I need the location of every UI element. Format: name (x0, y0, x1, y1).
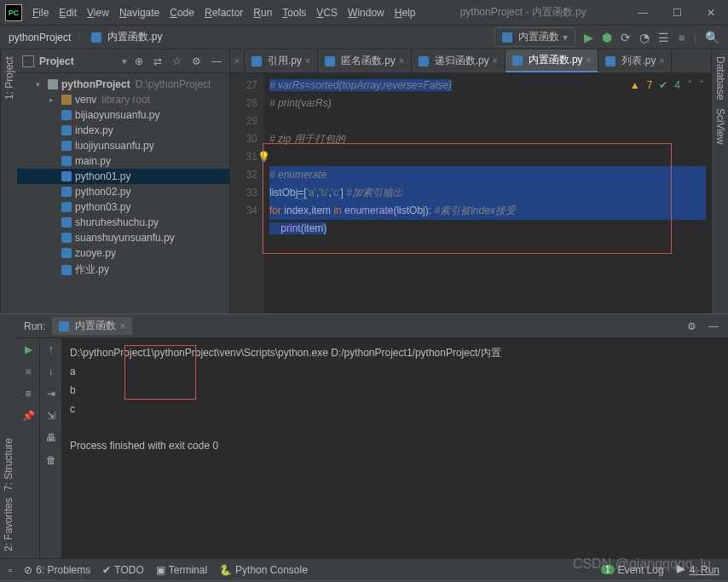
menu-file[interactable]: File (27, 7, 54, 19)
run-tab[interactable]: 内置函数 × (52, 317, 132, 335)
tree-file[interactable]: python03.py (17, 199, 229, 215)
rerun-button[interactable]: ▶ (25, 343, 32, 355)
menu-tools[interactable]: Tools (277, 7, 311, 19)
problems-tab[interactable]: ⊘ 6: Problems (24, 564, 90, 576)
event-log-tab[interactable]: 1 Event Log (601, 564, 664, 576)
editor-tab[interactable]: 内置函数.py× (506, 49, 599, 72)
close-icon[interactable]: × (493, 56, 498, 66)
stop-button[interactable]: ■ (678, 31, 685, 44)
profile-button[interactable]: ◔ (639, 31, 650, 44)
close-icon[interactable]: × (659, 56, 664, 66)
chevron-down-icon[interactable]: ˅ (699, 77, 704, 95)
close-icon[interactable]: × (586, 55, 592, 65)
python-file-icon (61, 265, 72, 275)
tree-file[interactable]: index.py (17, 123, 229, 138)
editor-tab[interactable]: 匿名函数.py× (318, 49, 412, 72)
menu-window[interactable]: Window (343, 7, 390, 19)
code-line: # enumerate (269, 169, 326, 181)
wrap-button[interactable]: ⇥ (47, 388, 55, 400)
tree-file[interactable]: 作业.py (17, 261, 229, 279)
code-line: # varRs=sorted(topArray,reverse=False) (269, 79, 452, 91)
concurrency-button[interactable]: ☰ (658, 31, 669, 44)
todo-tab[interactable]: ✔ TODO (102, 564, 143, 576)
terminal-tab[interactable]: ▣ Terminal (156, 564, 207, 576)
project-tool-tab[interactable]: 1: Project (3, 56, 15, 100)
tree-root[interactable]: ▾ pythonProject D:\pythonProject (17, 77, 229, 92)
menu-run[interactable]: Run (248, 7, 277, 19)
up-button[interactable]: ↑ (49, 343, 54, 355)
editor-body[interactable]: 2728293031323334. ▲7 ✔4 ˄ ˅ # varRs=sort… (230, 73, 711, 314)
run-button[interactable]: ▶ (584, 31, 593, 44)
menu-code[interactable]: Code (165, 7, 199, 19)
editor-tab[interactable]: 列表.py× (598, 49, 672, 72)
editor-tab[interactable]: 引用.py× (245, 49, 318, 72)
gear-icon[interactable]: ⚙ (685, 320, 699, 332)
menu-navigate[interactable]: Navigate (114, 7, 165, 19)
layout-button[interactable]: ≡ (25, 388, 31, 400)
tree-file[interactable]: zuoye.py (17, 245, 229, 261)
expand-icon[interactable]: ⇄ (151, 55, 165, 67)
coverage-button[interactable]: ⟳ (621, 31, 631, 44)
run-tab-shortcut[interactable]: ⯈ 4: Run (676, 564, 719, 576)
hide-icon[interactable]: — (706, 320, 721, 332)
left-tool-rail-bottom[interactable]: 2: Favorites 7: Structure (0, 314, 17, 558)
search-button[interactable]: 🔍 (705, 31, 719, 44)
menu-vcs[interactable]: VCS (311, 7, 343, 19)
left-tool-rail[interactable]: 1: Project (0, 49, 17, 314)
chevron-down-icon[interactable]: ▾ (122, 55, 127, 67)
tree-file[interactable]: shuruheshuchu.py (17, 215, 229, 230)
code-token: enumerate (344, 205, 393, 216)
tree-file[interactable]: python01.py (17, 169, 229, 184)
hide-icon[interactable]: — (209, 55, 224, 67)
print-button[interactable]: 🖶 (46, 432, 56, 444)
scroll-button[interactable]: ⇲ (47, 410, 55, 422)
project-tree[interactable]: ▾ pythonProject D:\pythonProject ▸ venv … (17, 73, 229, 282)
run-config-select[interactable]: 内置函数 ▾ (494, 27, 575, 47)
title-bar: PC FileEditViewNavigateCodeRefactorRunTo… (0, 0, 728, 26)
collapse-icon[interactable]: ☆ (170, 55, 184, 67)
tree-file[interactable]: bijiaoyunsuanfu.py (17, 107, 229, 123)
tree-venv[interactable]: ▸ venv library root (17, 92, 229, 107)
tree-file[interactable]: main.py (17, 153, 229, 169)
tree-file[interactable]: python02.py (17, 184, 229, 199)
tab-overflow[interactable]: × (230, 49, 245, 72)
python-console-tab[interactable]: 🐍 Python Console (219, 564, 308, 576)
sciview-tool-tab[interactable]: SciView (714, 108, 726, 144)
right-tool-rail[interactable]: Database SciView (711, 49, 728, 314)
menu-refactor[interactable]: Refactor (199, 7, 248, 19)
debug-button[interactable]: ⬢ (602, 31, 612, 44)
editor-tab[interactable]: 递归函数.py× (412, 49, 506, 72)
inspection-widget[interactable]: ▲7 ✔4 ˄ ˅ (630, 77, 704, 95)
chevron-up-icon[interactable]: ˄ (687, 77, 692, 95)
code-token: 'a' (307, 187, 316, 199)
minimize-button[interactable]: — (626, 1, 660, 25)
close-icon[interactable]: × (305, 56, 310, 66)
delete-button[interactable]: 🗑 (46, 454, 56, 466)
menu-edit[interactable]: Edit (54, 7, 82, 19)
run-toolbar-left: ▶ ■ ≡ 📌 (17, 338, 39, 558)
code-content[interactable]: ▲7 ✔4 ˄ ˅ # varRs=sorted(topArray,revers… (264, 73, 711, 314)
lightbulb-icon[interactable]: 💡 (257, 148, 270, 166)
breadcrumb-project[interactable]: pythonProject (9, 32, 71, 43)
down-button[interactable]: ↓ (49, 366, 54, 377)
breadcrumb-file[interactable]: 内置函数.py (107, 30, 162, 44)
menu-view[interactable]: View (82, 7, 114, 19)
console-output[interactable]: D:\pythonProject1\pythonProject\venv\Scr… (61, 338, 728, 558)
gear-icon[interactable]: ⚙ (189, 55, 204, 67)
close-icon[interactable]: × (119, 320, 125, 332)
pin-button[interactable]: 📌 (22, 410, 35, 422)
close-icon[interactable]: × (399, 56, 404, 66)
maximize-button[interactable]: ☐ (660, 1, 694, 25)
menu-help[interactable]: Help (390, 7, 421, 19)
database-tool-tab[interactable]: Database (714, 56, 726, 100)
tree-file[interactable]: luojiyunsuanfu.py (17, 138, 229, 153)
structure-tool-tab[interactable]: 7: Structure (3, 438, 14, 491)
console-line: c (70, 403, 75, 415)
run-toolbar-right: ↑ ↓ ⇥ ⇲ 🖶 🗑 (39, 338, 61, 558)
tree-file[interactable]: suanshuyunsuanfu.py (17, 230, 229, 245)
favorites-tool-tab[interactable]: 2: Favorites (3, 498, 14, 551)
stop-button[interactable]: ■ (25, 366, 31, 377)
tool-window-icon[interactable]: ▫ (9, 564, 12, 576)
locate-icon[interactable]: ⊕ (132, 55, 146, 67)
close-button[interactable]: ✕ (694, 1, 728, 25)
